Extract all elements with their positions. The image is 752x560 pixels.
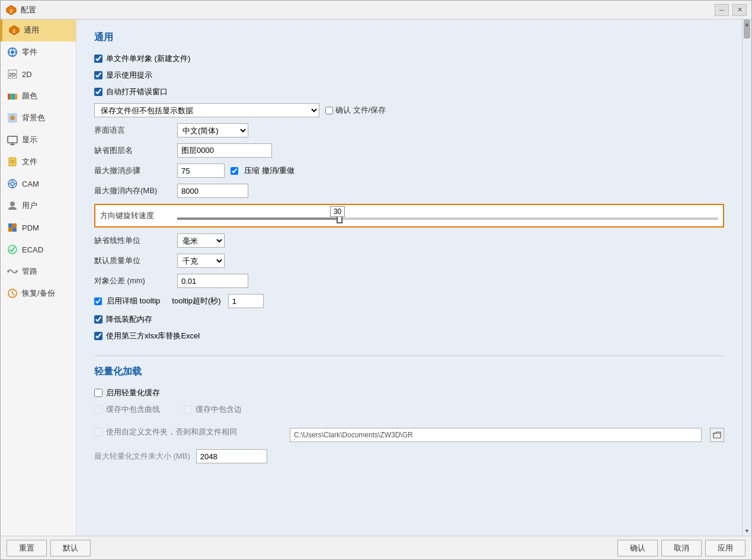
sidebar-item-parts[interactable]: 零件 (1, 41, 76, 63)
max-cache-input[interactable] (196, 449, 267, 463)
tooltip-timeout-label: tooltip超时(秒) (172, 296, 220, 306)
tooltip-timeout-input[interactable] (228, 294, 264, 308)
minimize-button[interactable]: ─ (715, 4, 729, 16)
checkbox-compress-undo[interactable] (231, 167, 238, 175)
sidebar-item-user[interactable]: 用户 (1, 195, 76, 217)
checkbox-auto-error[interactable] (94, 88, 103, 96)
max-undo-row: 最大撤消步骤 压缩 撤消/重做 (94, 164, 724, 178)
sidebar-item-pdm[interactable]: PDM (1, 217, 76, 239)
custom-folder-path-input[interactable] (290, 428, 702, 442)
checkbox-custom-folder (94, 428, 103, 436)
user-icon (7, 200, 18, 212)
checkbox-custom-folder-row: 使用自定义文件夹，否则和原文件相同 (94, 427, 284, 437)
sidebar-item-2d[interactable]: 2D 2D (1, 63, 76, 85)
checkbox-tooltip[interactable] (94, 297, 102, 305)
main-window: Z 配置 ─ ✕ Z 通用 (0, 0, 752, 560)
scroll-down-button[interactable]: ▼ (743, 526, 751, 536)
checkbox-enable-cache[interactable] (94, 389, 103, 397)
default-linear-select[interactable]: 毫米 (177, 233, 225, 248)
svg-point-37 (15, 270, 18, 273)
confirm-save-label: 确认 文件/保存 (335, 105, 386, 116)
max-undo-mem-input[interactable] (177, 184, 248, 198)
sidebar-label-bgcolor: 背景色 (22, 113, 45, 123)
tooltip-row: 启用详细 tooltip tooltip超时(秒) (94, 294, 724, 308)
checkbox-show-tips[interactable] (94, 71, 103, 79)
compress-undo-label: 压缩 撤消/重做 (244, 165, 295, 176)
main-content: Z 通用 零件 (1, 20, 751, 536)
svg-rect-33 (8, 228, 12, 232)
default-linear-label: 缺省线性单位 (94, 235, 171, 246)
sidebar-label-2d: 2D (22, 70, 32, 79)
sidebar-item-bgcolor[interactable]: 背景色 (1, 107, 76, 129)
save-mode-row: 保存文件但不包括显示数据 确认 文件/保存 (94, 103, 724, 117)
svg-rect-15 (15, 94, 17, 100)
max-undo-input[interactable] (177, 164, 225, 178)
slider-value-bubble: 30 (330, 206, 345, 217)
cam-icon (7, 178, 18, 190)
checkbox-include-edges-row: 缓存中包含边 (184, 404, 242, 415)
language-select[interactable]: 中文(简体) (177, 123, 248, 137)
checkbox-single-file[interactable] (94, 55, 103, 63)
browse-folder-button[interactable] (710, 428, 724, 442)
checkbox-reduce-memory[interactable] (94, 315, 103, 324)
checkbox-include-curves-label: 缓存中包含曲线 (106, 404, 160, 415)
sidebar-item-ecad[interactable]: ECAD (1, 239, 76, 261)
cache-options-row: 缓存中包含曲线 缓存中包含边 (94, 404, 724, 421)
sidebar-item-cam[interactable]: CAM (1, 173, 76, 195)
sidebar-item-restore[interactable]: 恢复/备份 (1, 283, 76, 305)
default-mass-select[interactable]: 千克 (177, 254, 225, 268)
save-mode-select[interactable]: 保存文件但不包括显示数据 (94, 103, 319, 117)
pdm-icon (7, 222, 18, 233)
sidebar-label-ecad: ECAD (22, 245, 43, 254)
scroll-up-button[interactable]: ▲ (743, 20, 751, 29)
checkbox-include-curves-row: 缓存中包含曲线 (94, 404, 160, 415)
svg-point-30 (10, 201, 15, 206)
svg-rect-34 (12, 228, 17, 232)
language-label: 界面语言 (94, 125, 171, 136)
default-layer-input[interactable] (177, 143, 272, 158)
tooltip-label: 启用详细 tooltip (107, 296, 160, 306)
svg-text:Z: Z (13, 29, 16, 33)
svg-rect-18 (8, 136, 17, 143)
sidebar-label-color: 颜色 (22, 91, 37, 101)
sidebar-item-pipe[interactable]: 管路 (1, 261, 76, 283)
sidebar-label-cam: CAM (22, 180, 39, 188)
checkbox-show-tips-row: 显示使用提示 (94, 70, 724, 81)
checkbox-include-edges (184, 405, 192, 414)
window-controls: ─ ✕ (715, 4, 747, 16)
checkbox-single-file-label: 单文件单对象 (新建文件) (106, 53, 190, 64)
max-cache-row: 最大轻量化文件来大小 (MB) (94, 449, 724, 463)
svg-rect-31 (8, 223, 12, 228)
default-linear-row: 缺省线性单位 毫米 (94, 233, 724, 248)
tolerance-input[interactable] (177, 274, 248, 288)
checkbox-include-curves (94, 405, 103, 414)
close-button[interactable]: ✕ (732, 4, 747, 16)
svg-rect-13 (10, 94, 12, 100)
lightweight-settings-group: 启用轻量化缓存 缓存中包含曲线 缓存中包含边 使用自定义文件夹，否则 (94, 388, 724, 463)
checkbox-single-file-row: 单文件单对象 (新建文件) (94, 53, 724, 64)
app-logo: Z (5, 4, 17, 16)
arrow-speed-row: 方向键旋转速度 30 (94, 204, 724, 228)
sidebar-label-pipe: 管路 (22, 266, 37, 277)
apply-button[interactable]: 应用 (705, 540, 745, 556)
reset-button[interactable]: 重置 (7, 540, 47, 556)
cancel-button[interactable]: 取消 (661, 540, 702, 556)
max-cache-label: 最大轻量化文件来大小 (MB) (94, 451, 190, 462)
sidebar-item-display[interactable]: 显示 (1, 129, 76, 151)
checkbox-confirm-save[interactable] (325, 107, 333, 114)
section-title-lightweight: 轻量化加载 (94, 366, 724, 378)
default-button[interactable]: 默认 (50, 540, 91, 556)
general-icon: Z (8, 24, 20, 36)
sidebar-item-color[interactable]: 颜色 (1, 85, 76, 107)
file-icon (7, 156, 18, 168)
window-title: 配置 (21, 5, 715, 15)
checkbox-xlsx[interactable] (94, 332, 103, 340)
sidebar-item-general[interactable]: Z 通用 (1, 20, 76, 41)
default-layer-row: 缺省图层名 (94, 143, 724, 158)
parts-icon (7, 46, 18, 58)
checkbox-auto-error-row: 自动打开错误窗口 (94, 87, 724, 97)
general-settings-group: 单文件单对象 (新建文件) 显示使用提示 自动打开错误窗口 保存文件但不包括显示… (94, 53, 724, 341)
scrollbar[interactable]: ▲ ▼ (742, 20, 751, 536)
confirm-button[interactable]: 确认 (617, 540, 658, 556)
sidebar-item-file[interactable]: 文件 (1, 151, 76, 173)
